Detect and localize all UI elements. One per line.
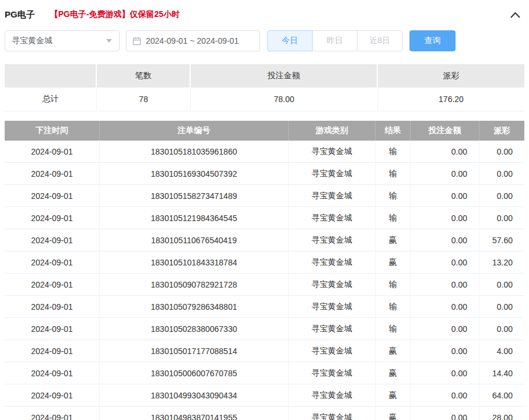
- table-row: 2024-09-011830105101843318784寻宝黄金城赢0.001…: [5, 251, 524, 274]
- cell-game-type: 寻宝黄金城: [289, 318, 376, 340]
- cell-game-type: 寻宝黄金城: [289, 340, 376, 362]
- header-order-id: 注单编号: [100, 121, 289, 141]
- cell-payout: 64.00: [479, 384, 524, 407]
- today-button[interactable]: 今日: [267, 30, 313, 51]
- cell-bet-amount: 0.00: [411, 296, 479, 318]
- panel-header: PG电子 【PG电子-免费游戏】仅保留25小时: [5, 0, 524, 22]
- cell-game-type: 寻宝黄金城: [289, 229, 376, 251]
- cell-bet-time: 2024-09-01: [5, 185, 100, 207]
- table-row: 2024-09-011830105181035961860寻宝黄金城输0.000…: [5, 141, 524, 163]
- cell-game-type: 寻宝黄金城: [289, 362, 376, 384]
- cell-bet-amount: 0.00: [411, 141, 479, 163]
- table-row: 2024-09-011830105006007670785寻宝黄金城赢0.001…: [5, 362, 524, 384]
- cell-result: 输: [376, 274, 411, 296]
- yesterday-button[interactable]: 昨日: [312, 30, 358, 51]
- summary-header-blank: [5, 64, 97, 88]
- table-row: 2024-09-011830104983870141955寻宝黄金城赢0.002…: [5, 407, 524, 420]
- calendar-icon: [132, 37, 141, 46]
- date-range-input[interactable]: 2024-09-01 ~ 2024-09-01: [126, 30, 260, 51]
- cell-payout: 0.00: [479, 318, 524, 340]
- cell-bet-amount: 0.00: [411, 229, 479, 251]
- cell-bet-amount: 0.00: [411, 407, 479, 420]
- cell-bet-time: 2024-09-01: [5, 318, 100, 340]
- cell-result: 赢: [376, 251, 411, 274]
- table-row: 2024-09-011830105110676540419寻宝黄金城赢0.005…: [5, 229, 524, 251]
- cell-payout: 0.00: [479, 141, 524, 163]
- cell-bet-amount: 0.00: [411, 340, 479, 362]
- game-select-value: 寻宝黄金城: [12, 36, 52, 46]
- cell-order-id: 1830105121984364545: [100, 207, 289, 229]
- summary-header-bet-amount: 投注金额: [191, 64, 378, 88]
- table-row: 2024-09-011830105090782921728寻宝黄金城输0.000…: [5, 274, 524, 296]
- cell-bet-time: 2024-09-01: [5, 407, 100, 420]
- cell-payout: 0.00: [479, 163, 524, 185]
- notice-text: 【PG电子-免费游戏】仅保留25小时: [50, 9, 180, 20]
- page-title: PG电子: [5, 9, 35, 20]
- cell-bet-amount: 0.00: [411, 362, 479, 384]
- cell-bet-time: 2024-09-01: [5, 384, 100, 407]
- report-panel: PG电子 【PG电子-免费游戏】仅保留25小时 寻宝黄金城 2024-09-01…: [0, 0, 529, 420]
- cell-bet-time: 2024-09-01: [5, 251, 100, 274]
- header-bet-amount: 投注金额: [411, 121, 479, 141]
- cell-game-type: 寻宝黄金城: [289, 384, 376, 407]
- cell-bet-amount: 0.00: [411, 163, 479, 185]
- cell-payout: 28.00: [479, 407, 524, 420]
- cell-result: 赢: [376, 384, 411, 407]
- cell-bet-time: 2024-09-01: [5, 229, 100, 251]
- cell-result: 输: [376, 207, 411, 229]
- header-result: 结果: [376, 121, 411, 141]
- cell-bet-amount: 0.00: [411, 185, 479, 207]
- cell-order-id: 1830104983870141955: [100, 407, 289, 420]
- cell-payout: 0.00: [479, 296, 524, 318]
- table-row: 2024-09-011830105028380067330寻宝黄金城输0.000…: [5, 318, 524, 340]
- cell-game-type: 寻宝黄金城: [289, 163, 376, 185]
- table-row: 2024-09-011830105017177088514寻宝黄金城赢0.004…: [5, 340, 524, 362]
- cell-result: 赢: [376, 340, 411, 362]
- summary-total-label: 总计: [5, 88, 97, 111]
- game-select[interactable]: 寻宝黄金城: [5, 30, 120, 51]
- cell-game-type: 寻宝黄金城: [289, 185, 376, 207]
- cell-result: 赢: [376, 407, 411, 420]
- date-range-value: 2024-09-01 ~ 2024-09-01: [146, 36, 239, 46]
- cell-payout: 4.00: [479, 340, 524, 362]
- cell-bet-amount: 0.00: [411, 251, 479, 274]
- cell-order-id: 1830105028380067330: [100, 318, 289, 340]
- summary-total-bet-amount: 78.00: [191, 88, 378, 111]
- cell-order-id: 1830105169304507392: [100, 163, 289, 185]
- cell-bet-time: 2024-09-01: [5, 296, 100, 318]
- cell-bet-time: 2024-09-01: [5, 207, 100, 229]
- cell-order-id: 1830105110676540419: [100, 229, 289, 251]
- cell-order-id: 1830105090782921728: [100, 274, 289, 296]
- last-8-days-button[interactable]: 近8日: [357, 30, 402, 51]
- table-row: 2024-09-011830105121984364545寻宝黄金城输0.000…: [5, 207, 524, 229]
- collapse-panel-button[interactable]: [509, 9, 521, 20]
- cell-game-type: 寻宝黄金城: [289, 207, 376, 229]
- summary-total-count: 78: [97, 88, 191, 111]
- bet-table-body: 2024-09-011830105181035961860寻宝黄金城输0.000…: [5, 141, 524, 420]
- table-row: 2024-09-011830105158273471489寻宝黄金城输0.000…: [5, 185, 524, 207]
- cell-result: 赢: [376, 362, 411, 384]
- cell-bet-amount: 0.00: [411, 274, 479, 296]
- cell-bet-time: 2024-09-01: [5, 163, 100, 185]
- cell-result: 输: [376, 318, 411, 340]
- cell-result: 输: [376, 185, 411, 207]
- cell-bet-amount: 0.00: [411, 207, 479, 229]
- cell-payout: 0.00: [479, 207, 524, 229]
- cell-game-type: 寻宝黄金城: [289, 141, 376, 163]
- bet-table-header-row: 下注时间 注单编号 游戏类别 结果 投注金额 派彩: [5, 121, 524, 141]
- header-payout: 派彩: [479, 121, 524, 141]
- summary-total-payout: 176.20: [378, 88, 524, 111]
- cell-result: 输: [376, 163, 411, 185]
- cell-payout: 14.40: [479, 362, 524, 384]
- cell-order-id: 1830104993043090434: [100, 384, 289, 407]
- cell-payout: 13.20: [479, 251, 524, 274]
- quick-date-button-group: 今日 昨日 近8日: [267, 30, 402, 51]
- filter-bar: 寻宝黄金城 2024-09-01 ~ 2024-09-01 今日 昨日 近8日 …: [5, 30, 524, 51]
- chevron-down-icon: [106, 39, 112, 43]
- search-button[interactable]: 查询: [409, 30, 456, 51]
- header-bet-time: 下注时间: [5, 121, 100, 141]
- table-row: 2024-09-011830105079286348801寻宝黄金城输0.000…: [5, 296, 524, 318]
- cell-result: 输: [376, 296, 411, 318]
- cell-order-id: 1830105101843318784: [100, 251, 289, 274]
- bet-records-table: 下注时间 注单编号 游戏类别 结果 投注金额 派彩 2024-09-011830…: [5, 121, 524, 420]
